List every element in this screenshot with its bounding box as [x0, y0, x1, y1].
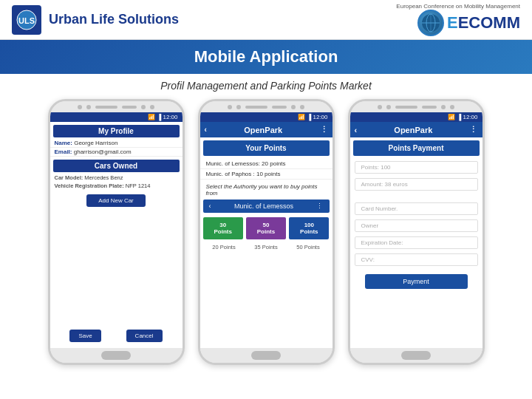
phone3-expiry-field[interactable]: Expiration Date:	[355, 236, 478, 249]
phone2-dropdown-value: Munic. of Lemessos	[234, 202, 293, 210]
phone1-name-label: Name:	[55, 140, 72, 146]
phone3-owner-field[interactable]: Owner	[355, 219, 478, 232]
phone1-line2	[122, 106, 137, 109]
ecomm-brand: E ECOMM	[417, 10, 520, 36]
phone2-select-text: Select the Authority you want to buy poi…	[200, 180, 332, 198]
phone2-dot2	[236, 105, 241, 109]
add-car-button[interactable]: Add New Car	[86, 194, 146, 207]
phone2-header-title: OpenPark	[244, 126, 282, 134]
phone3-payment-title: Points Payment	[353, 140, 480, 156]
phone2-city1-value: 20 points	[262, 160, 285, 167]
ecomm-logo: European Conference on Mobility Manageme…	[396, 3, 520, 36]
ecomm-globe-icon	[417, 10, 444, 36]
phone2-screen: 📶 ▐ 12:00 ‹ OpenPark ⋮ Your Points Munic…	[200, 112, 332, 348]
phone1-home-btn[interactable]	[101, 351, 131, 360]
phone2-point-item-2: Munic. of Paphos : 10 points	[200, 169, 332, 180]
phone3-back-icon[interactable]: ‹	[355, 126, 358, 134]
phone3-line1	[395, 106, 417, 109]
phone2-city2-value: : 10 points	[253, 171, 281, 177]
phone1-status: 📶 ▐ 12:00	[148, 114, 177, 120]
phone1-carmodel-label: Car Model:	[55, 174, 83, 181]
phone3-status: 📶 ▐ 12:00	[448, 114, 477, 120]
phone3-header-title: OpenPark	[394, 126, 432, 134]
phone2-back-icon: ‹	[209, 202, 211, 210]
back-arrow-icon[interactable]: ‹	[205, 126, 207, 134]
phone2-dropdown-icon: ⋮	[316, 202, 323, 210]
phone3-cvv-field[interactable]: CVV:	[355, 253, 478, 266]
phone1-line1	[95, 106, 117, 109]
phone2-top-bar	[200, 101, 332, 112]
phone3-line2	[422, 106, 437, 109]
phone1-name-value: George Harrison	[74, 140, 117, 146]
phone2-authority-dropdown[interactable]: ‹ Munic. of Lemessos ⋮	[203, 200, 330, 213]
phone2-price-100: 50 Points	[296, 244, 319, 250]
phone3-card-field[interactable]: Card Number.	[355, 202, 478, 215]
ecomm-subtitle: European Conference on Mobility Manageme…	[396, 3, 520, 10]
phone3-status-bar: 📶 ▐ 12:00	[350, 112, 482, 122]
phone2-line2	[272, 106, 287, 109]
page-subtitle: Profil Management and Parking Points Mar…	[0, 74, 532, 96]
phone3-amount-field: Amount: 38 euros	[355, 178, 478, 191]
phone1-status-bar: 📶 ▐ 12:00	[50, 112, 183, 122]
phone1-action-buttons: Save Cancel	[50, 327, 183, 345]
subtitle-text: Profil Management and Parking Points Mar…	[160, 80, 372, 92]
phone2-btn-30[interactable]: 30Points	[203, 217, 243, 239]
phone1-profile-title: My Profile	[53, 125, 180, 137]
phone1-bottom	[50, 348, 183, 363]
logo-icon: ULS	[12, 5, 41, 35]
phone2: 📶 ▐ 12:00 ‹ OpenPark ⋮ Your Points Munic…	[198, 99, 335, 365]
header-left: ULS Urban Life Solutions	[12, 5, 179, 35]
phone1-top-bar	[50, 101, 183, 112]
phone3-screen: 📶 ▐ 12:00 ‹ OpenPark ⋮ Points Payment Po…	[350, 112, 482, 348]
phone1-email-label: Email:	[55, 149, 72, 155]
phone2-price-50: 35 Points	[254, 244, 277, 250]
phone3-nav-header: ‹ OpenPark ⋮	[350, 122, 482, 137]
phone3-top-bar	[350, 101, 482, 112]
phone2-status-bar: 📶 ▐ 12:00	[200, 112, 332, 122]
phone2-your-points-label: Your Points	[203, 140, 330, 156]
app-title: Urban Life Solutions	[49, 12, 179, 27]
phone1-name-field: Name: George Harrison	[50, 139, 183, 148]
phone2-dot3	[291, 105, 296, 109]
phone2-points-grid: 30Points 50Points 100Points	[200, 214, 332, 242]
banner-title: Mobile Application	[194, 47, 338, 66]
phone2-nav-header: ‹ OpenPark ⋮	[200, 122, 332, 137]
phone2-btn-100[interactable]: 100Points	[289, 217, 329, 239]
phone1-plate-label: Vehicle Registration Plate:	[55, 183, 124, 189]
phone3-dot3	[441, 105, 446, 109]
phone1-screen: 📶 ▐ 12:00 My Profile Name: George Harris…	[50, 112, 183, 348]
save-button[interactable]: Save	[69, 330, 100, 342]
phone2-city1: Munic. of Lemessos:	[206, 160, 260, 167]
phone2-btn-50[interactable]: 50Points	[246, 217, 286, 239]
phone3-menu-icon[interactable]: ⋮	[469, 125, 477, 134]
phone2-status: 📶 ▐ 12:00	[298, 114, 327, 120]
phone1-plate-field: Vehicle Registration Plate: NFP 1214	[50, 182, 183, 190]
phone2-price-30: 20 Points	[212, 244, 235, 250]
phone3: 📶 ▐ 12:00 ‹ OpenPark ⋮ Points Payment Po…	[348, 99, 485, 365]
phone2-dot4	[300, 105, 304, 109]
payment-button[interactable]: Payment	[365, 274, 468, 289]
menu-icon[interactable]: ⋮	[320, 125, 328, 134]
phone1-cars-title: Cars Owned	[53, 160, 180, 172]
phone2-home-btn[interactable]	[251, 351, 281, 360]
phone3-home-btn[interactable]	[401, 351, 431, 360]
phone3-dot4	[450, 105, 454, 109]
phone3-dot1	[378, 105, 382, 109]
cancel-button[interactable]: Cancel	[126, 330, 163, 342]
phone3-bottom	[350, 348, 482, 363]
ecomm-text: E ECOMM	[447, 13, 520, 33]
phone1-plate-value: NFP 1214	[126, 183, 151, 189]
page-banner: Mobile Application	[0, 40, 532, 74]
phone1-dot3	[141, 105, 146, 109]
phone2-line1	[245, 106, 267, 109]
phone2-price-row: 20 Points 35 Points 50 Points	[200, 242, 332, 252]
phone1-email-value: gharrison@gmail.com	[74, 149, 132, 155]
phone2-dot1	[228, 105, 232, 109]
svg-text:ULS: ULS	[18, 16, 35, 25]
phone1-dot4	[150, 105, 154, 109]
phones-container: 📶 ▐ 12:00 My Profile Name: George Harris…	[0, 99, 532, 365]
phone3-points-field: Points: 100	[355, 161, 478, 174]
phone1-email-field: Email: gharrison@gmail.com	[50, 148, 183, 157]
phone2-bottom	[200, 348, 332, 363]
phone1-dot1	[78, 105, 82, 109]
